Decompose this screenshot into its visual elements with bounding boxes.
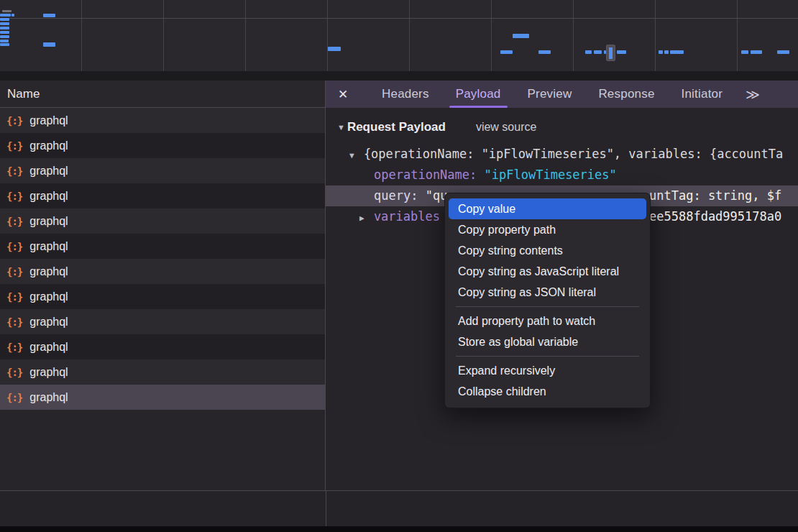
tab-preview[interactable]: Preview [528,81,572,108]
json-braces-icon: {:} [6,316,22,328]
request-name: graphql [29,316,68,329]
timeline-gridline [491,0,492,71]
context-menu: Copy valueCopy property pathCopy string … [444,193,651,408]
selected-request-bar [609,47,613,59]
request-payload-title: Request Payload [347,120,446,134]
menu-item-copy-property-path[interactable]: Copy property path [445,219,650,240]
status-bar [0,490,798,526]
payload-root-preview: {operationName: "ipFlowTimeseries", vari… [364,147,783,161]
network-request-row[interactable]: {:}graphql [0,259,325,284]
json-braces-icon: {:} [6,266,22,278]
window-bottom-edge [0,526,798,532]
collapse-triangle-icon[interactable]: ▼ [337,123,345,132]
timeline-bar [741,50,748,54]
network-request-row[interactable]: {:}graphql [0,158,325,183]
timeline-bar [670,50,684,54]
property-key: query: [374,188,418,203]
request-name: graphql [29,391,68,404]
property-value: "ipFlowTimeseries" [485,168,617,182]
json-braces-icon: {:} [6,115,22,127]
collapse-triangle-icon[interactable]: ▼ [349,151,354,160]
timeline-bar [2,10,12,12]
request-name: graphql [29,215,68,228]
timeline-gridline [81,0,82,71]
request-name: graphql [29,165,68,178]
timeline-bar [0,40,9,42]
network-request-row[interactable]: {:}graphql [0,284,325,309]
request-name: graphql [29,265,68,278]
detail-tab-bar: ✕ HeadersPayloadPreviewResponseInitiator… [326,81,798,108]
timeline-bar [594,50,602,54]
close-icon[interactable]: ✕ [338,87,355,102]
timeline-bar [0,31,9,34]
request-name: graphql [29,114,68,127]
menu-item-expand-recursively[interactable]: Expand recursively [445,360,650,381]
timeline-bar [43,14,55,17]
property-key: operationName: [374,168,477,182]
timeline-gridline [327,0,328,71]
timeline-bar [777,50,789,54]
name-column-header[interactable]: Name [0,81,325,108]
request-name: graphql [29,190,68,203]
request-rows: {:}graphql{:}graphql{:}graphql{:}graphql… [0,108,325,410]
tab-payload[interactable]: Payload [456,81,501,108]
payload-root-row[interactable]: ▼ {operationName: "ipFlowTimeseries", va… [326,144,798,165]
timeline-bar [500,50,513,54]
timeline-bar [751,50,762,54]
more-tabs-icon[interactable]: ≫ [746,86,760,103]
timeline-gridline [245,0,246,71]
json-braces-icon: {:} [6,392,22,403]
network-request-row[interactable]: {:}graphql [0,359,325,385]
json-braces-icon: {:} [6,241,22,252]
timeline-bar [0,14,11,17]
timeline-gridline [409,0,410,71]
request-name: graphql [29,341,68,354]
timeline-bar [0,27,9,29]
timeline-bar [585,50,592,54]
json-braces-icon: {:} [6,165,22,177]
network-request-row[interactable]: {:}graphql [0,183,325,208]
network-request-row[interactable]: {:}graphql [0,108,325,133]
devtools-network-panel: Name {:}graphql{:}graphql{:}graphql{:}gr… [0,0,798,532]
timeline-bar [538,50,551,54]
network-overview-timeline[interactable] [0,0,798,71]
request-name: graphql [29,240,68,253]
menu-item-collapse-children[interactable]: Collapse children [445,381,650,402]
menu-item-copy-value[interactable]: Copy value [449,198,646,219]
menu-item-add-property-path-to-watch[interactable]: Add property path to watch [445,311,650,331]
timeline-gridline [737,0,738,71]
json-braces-icon: {:} [6,216,22,227]
timeline-bar [513,34,529,38]
tab-response[interactable]: Response [598,81,654,108]
json-braces-icon: {:} [6,367,22,378]
payload-operationname-row[interactable]: operationName: "ipFlowTimeseries" [326,165,798,185]
menu-item-copy-string-as-javascript-literal[interactable]: Copy string as JavaScript literal [445,261,650,282]
tab-headers[interactable]: Headers [382,81,429,108]
network-request-row[interactable]: {:}graphql [0,309,325,334]
timeline-bar [328,47,341,51]
network-request-row[interactable]: {:}graphql [0,208,325,234]
view-source-link[interactable]: view source [476,121,536,134]
timeline-gridline [573,0,574,71]
json-braces-icon: {:} [6,140,22,152]
tab-initiator[interactable]: Initiator [682,81,723,108]
timeline-bar [659,50,663,54]
network-request-row[interactable]: {:}graphql [0,334,325,359]
timeline-bar [617,50,626,54]
property-preview-clipped-tail: ee5588fdad995178a0 [649,206,781,227]
json-braces-icon: {:} [6,291,22,303]
timeline-bar [43,42,55,47]
menu-item-store-as-global-variable[interactable]: Store as global variable [445,331,650,352]
expand-triangle-icon[interactable]: ▶ [359,214,364,223]
network-request-row[interactable]: {:}graphql [0,133,325,158]
menu-item-copy-string-as-json-literal[interactable]: Copy string as JSON literal [445,282,650,303]
request-name: graphql [29,366,68,379]
timeline-bar [0,22,9,25]
network-request-row[interactable]: {:}graphql [0,385,325,410]
menu-item-copy-string-contents[interactable]: Copy string contents [445,240,650,261]
timeline-bar [0,18,9,21]
network-request-row[interactable]: {:}graphql [0,234,325,259]
panel-divider [326,491,326,527]
overview-divider-line [0,18,798,19]
timeline-bar [664,50,669,54]
